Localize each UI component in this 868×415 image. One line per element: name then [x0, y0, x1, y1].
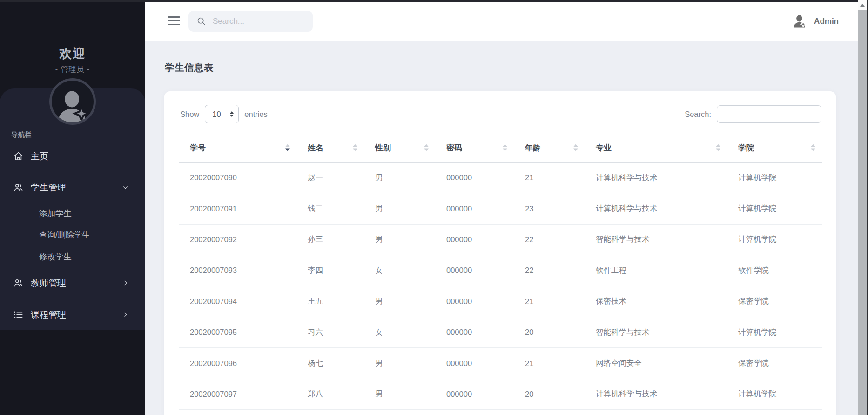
column-header-college[interactable]: 学院: [727, 133, 822, 163]
scrollbar-thumb[interactable]: [858, 0, 867, 415]
table-row: 20020007097 郑八 男 000000 20 计算机科学与技术 计算机学…: [179, 379, 822, 409]
sidebar-item-home[interactable]: 主页: [0, 150, 145, 163]
person-star-icon: [792, 14, 807, 29]
column-label: 密码: [446, 143, 462, 152]
column-header-major[interactable]: 专业: [585, 133, 727, 163]
page-length-select[interactable]: 10: [205, 105, 239, 123]
cell-gender: 男: [364, 193, 435, 224]
column-header-password[interactable]: 密码: [435, 133, 514, 163]
column-header-gender[interactable]: 性别: [364, 133, 435, 163]
column-header-age[interactable]: 年龄: [514, 133, 585, 163]
table-row: 20020007096 杨七 男 000000 21 网络空间安全 保密学院: [179, 348, 822, 379]
cell-name: 郑八: [296, 379, 364, 409]
cell-age: 21: [514, 286, 585, 317]
cell-name: 赵一: [296, 163, 364, 193]
topbar: Admin: [145, 2, 858, 41]
table-search-input[interactable]: [717, 105, 821, 123]
cell-college: 软件学院: [727, 255, 822, 286]
table-row: 20020007095 习六 女 000000 20 智能科学与技术 计算机学院: [179, 317, 822, 347]
person-star-icon: [53, 87, 92, 125]
sidebar-subitem-query-delete-student[interactable]: 查询/删除学生: [39, 229, 90, 240]
select-arrows-icon: [230, 111, 234, 117]
cell-name: 孙三: [296, 224, 364, 255]
scroll-up-arrow-icon[interactable]: [858, 0, 867, 10]
page-length-value: 10: [212, 110, 221, 119]
chevron-right-icon: [122, 311, 129, 318]
cell-student-id: 20020007093: [179, 255, 296, 286]
cell-major: 软件工程: [585, 255, 727, 286]
user-menu[interactable]: Admin: [792, 2, 839, 41]
sidebar-item-label: 主页: [31, 150, 48, 163]
sort-arrows-icon: [716, 144, 720, 151]
cell-age: 22: [514, 255, 585, 286]
cell-college: 保密学院: [727, 348, 822, 379]
cell-student-id: 20020007094: [179, 286, 296, 317]
column-label: 年龄: [525, 143, 541, 152]
people-icon: [13, 278, 24, 288]
cell-college: 计算机学院: [727, 379, 822, 409]
sidebar-item-teacher-mgmt[interactable]: 教师管理: [0, 276, 145, 290]
chevron-right-icon: [122, 279, 129, 286]
welcome-title: 欢迎: [0, 45, 145, 62]
topbar-search-input[interactable]: [212, 16, 307, 27]
cell-gender: 男: [364, 348, 435, 379]
search-icon: [196, 16, 206, 26]
column-header-student-id[interactable]: 学号: [179, 133, 296, 163]
cell-gender: 男: [364, 379, 435, 409]
top-border-strip: [0, 0, 858, 2]
cell-name: 钱二: [296, 193, 364, 224]
cell-age: 22: [514, 224, 585, 255]
cell-student-id: 20020007091: [179, 193, 296, 224]
nav-section-label: 导航栏: [11, 130, 32, 139]
cell-password: 000000: [435, 193, 514, 224]
column-label: 学号: [190, 143, 206, 152]
cell-password: 000000: [435, 379, 514, 409]
sidebar-item-course-mgmt[interactable]: 课程管理: [0, 308, 145, 322]
sidebar-item-label: 课程管理: [31, 309, 66, 321]
column-header-name[interactable]: 姓名: [296, 133, 364, 163]
sort-arrows-icon: [353, 144, 357, 151]
cell-major: 智能科学与技术: [585, 317, 727, 347]
table-row: 20020007093 李四 女 000000 22 软件工程 软件学院: [179, 255, 822, 286]
hamburger-icon[interactable]: [168, 16, 180, 26]
topbar-search: [188, 11, 313, 32]
cell-student-id: 20020007096: [179, 348, 296, 379]
cell-password: 000000: [435, 255, 514, 286]
cell-college: 保密学院: [727, 286, 822, 317]
cell-password: 000000: [435, 163, 514, 193]
sidebar-subitem-add-student[interactable]: 添加学生: [39, 208, 72, 219]
sort-arrows-icon: [573, 144, 578, 151]
table-row: 20020007094 王五 男 000000 21 保密技术 保密学院: [179, 286, 822, 317]
show-label: Show: [180, 110, 199, 119]
sidebar-item-label: 教师管理: [31, 277, 66, 289]
cell-gender: 男: [364, 163, 435, 193]
column-label: 学院: [738, 143, 754, 152]
cell-college: 计算机学院: [727, 193, 822, 224]
cell-major: 计算机科学与技术: [585, 163, 727, 193]
chevron-down-icon: [122, 184, 129, 191]
cell-student-id: 20020007090: [179, 163, 296, 193]
column-label: 姓名: [308, 143, 323, 152]
cell-password: 000000: [435, 286, 514, 317]
sidebar-subitem-modify-student[interactable]: 修改学生: [39, 251, 72, 262]
welcome-subtitle: - 管理员 -: [0, 65, 145, 75]
cell-name: 李四: [296, 255, 364, 286]
cell-gender: 女: [364, 317, 435, 347]
cell-age: 23: [514, 193, 585, 224]
cell-age: 21: [514, 163, 585, 193]
sort-arrows-icon: [424, 144, 429, 151]
user-name: Admin: [814, 17, 839, 26]
table-header-row: 学号 姓名 性别 密码: [179, 133, 822, 163]
list-icon: [13, 309, 24, 320]
cell-student-id: 20020007092: [179, 224, 296, 255]
entries-label: entries: [244, 110, 268, 119]
table-row: 20020007092 孙三 男 000000 22 智能科学与技术 计算机学院: [179, 224, 822, 255]
table-card: Show 10 entries Search:: [164, 91, 836, 415]
sidebar-item-student-mgmt[interactable]: 学生管理: [0, 181, 145, 195]
sort-arrows-icon: [811, 144, 815, 151]
vertical-scrollbar: [858, 0, 868, 415]
cell-college: 计算机学院: [727, 163, 822, 193]
cell-gender: 女: [364, 255, 435, 286]
column-label: 性别: [375, 143, 391, 152]
cell-password: 000000: [435, 348, 514, 379]
